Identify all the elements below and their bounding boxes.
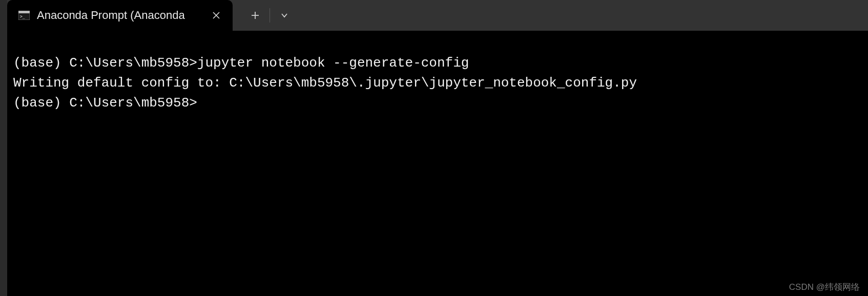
divider [270, 8, 270, 23]
titlebar-actions [233, 0, 297, 31]
tab-title: Anaconda Prompt (Anaconda [37, 9, 202, 22]
close-icon[interactable] [209, 8, 223, 23]
terminal-line: (base) C:\Users\mb5958>jupyter notebook … [13, 53, 862, 73]
terminal-window: >_ Anaconda Prompt (Anaconda [7, 0, 868, 296]
prompt-text: (base) C:\Users\mb5958> [13, 55, 197, 71]
titlebar: >_ Anaconda Prompt (Anaconda [7, 0, 868, 31]
watermark: CSDN @纬领网络 [789, 281, 860, 293]
command-text: jupyter notebook --generate-config [197, 55, 469, 71]
prompt-icon: >_ [18, 11, 30, 20]
svg-rect-1 [18, 11, 30, 13]
new-tab-button[interactable] [243, 3, 267, 28]
dropdown-button[interactable] [272, 3, 297, 28]
svg-text:>_: >_ [20, 14, 25, 19]
prompt-text: (base) C:\Users\mb5958> [13, 93, 862, 113]
terminal-output: Writing default config to: C:\Users\mb59… [13, 73, 862, 93]
terminal-body[interactable]: (base) C:\Users\mb5958>jupyter notebook … [7, 31, 868, 296]
tab-active[interactable]: >_ Anaconda Prompt (Anaconda [7, 0, 233, 31]
